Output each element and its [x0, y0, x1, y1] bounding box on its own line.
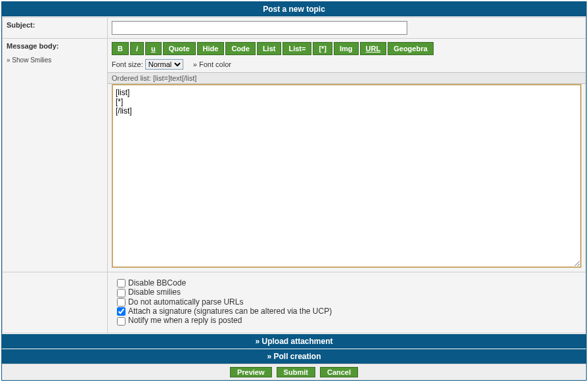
body-cell: B i u Quote Hide Code List List= [*] Img… — [108, 39, 586, 272]
bb-hide-button[interactable]: Hide — [197, 42, 225, 55]
font-row: Font size: Normal Font color — [112, 59, 581, 70]
submit-button[interactable]: Submit — [277, 367, 315, 377]
panel-title: Post a new topic — [2, 2, 586, 17]
option-1[interactable]: Disable smilies — [117, 288, 576, 297]
bb-list-button[interactable]: List — [257, 42, 282, 55]
options-label-cell — [3, 272, 108, 333]
show-smilies-link[interactable]: Show Smilies — [7, 56, 103, 64]
subject-input[interactable] — [112, 21, 407, 35]
option-4[interactable]: Notify me when a reply is posted — [117, 316, 576, 325]
bb-bold-button[interactable]: B — [112, 42, 129, 55]
option-checkbox-1[interactable] — [117, 289, 125, 297]
poll-creation-bar[interactable]: Poll creation — [2, 349, 586, 364]
cancel-button[interactable]: Cancel — [320, 367, 358, 377]
option-checkbox-4[interactable] — [117, 317, 125, 326]
message-textarea[interactable] — [112, 84, 581, 268]
bb-underline-button[interactable]: u — [145, 42, 162, 55]
options-cell: Disable BBCodeDisable smiliesDo not auto… — [108, 272, 586, 333]
option-checkbox-2[interactable] — [117, 298, 125, 307]
bb-italic-button[interactable]: i — [130, 42, 144, 55]
bb-star-button[interactable]: [*] — [313, 42, 332, 55]
bbcode-toolbar: B i u Quote Hide Code List List= [*] Img… — [112, 42, 581, 55]
body-label-cell: Message body: Show Smilies — [3, 39, 108, 272]
submit-row: Preview Submit Cancel — [2, 364, 586, 380]
font-color-link[interactable]: Font color — [193, 60, 231, 68]
upload-attachment-bar[interactable]: Upload attachment — [2, 333, 586, 349]
option-3[interactable]: Attach a signature (signatures can be al… — [117, 307, 576, 316]
bb-img-button[interactable]: Img — [334, 42, 359, 55]
preview-button[interactable]: Preview — [230, 367, 272, 377]
bb-url-button[interactable]: URL — [360, 42, 387, 55]
font-size-select[interactable]: Normal — [145, 59, 183, 70]
bbcode-tip: Ordered list: [list=]text[/list] — [108, 72, 585, 84]
body-label: Message body: — [7, 42, 58, 50]
subject-cell — [108, 18, 586, 39]
bb-code-button[interactable]: Code — [225, 42, 256, 55]
option-0[interactable]: Disable BBCode — [117, 278, 576, 288]
bb-quote-button[interactable]: Quote — [163, 42, 196, 55]
option-checkbox-0[interactable] — [117, 279, 125, 288]
option-checkbox-3[interactable] — [117, 307, 125, 316]
bb-liste-button[interactable]: List= — [283, 42, 311, 55]
subject-label: Subject: — [3, 18, 108, 39]
option-2[interactable]: Do not automatically parse URLs — [117, 297, 576, 307]
bb-geogebra-button[interactable]: Geogebra — [388, 42, 433, 55]
font-size-label: Font size: — [112, 60, 143, 68]
